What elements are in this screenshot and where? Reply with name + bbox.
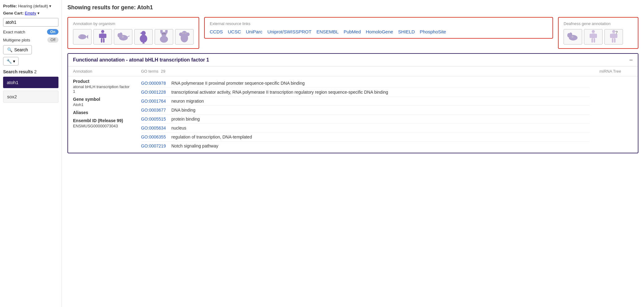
profile-value[interactable]: Hearing (default) bbox=[18, 4, 48, 8]
organism-icon-mouse[interactable] bbox=[114, 29, 132, 45]
go-id-6[interactable]: GO:0006355 bbox=[141, 134, 169, 139]
link-shield[interactable]: SHIELD bbox=[398, 29, 415, 34]
svg-point-24 bbox=[163, 33, 164, 34]
annotation-by-organism-box: Annotation by organism bbox=[67, 17, 199, 49]
exact-match-toggle[interactable]: On bbox=[47, 29, 58, 35]
exact-match-label: Exact match bbox=[3, 30, 25, 34]
link-ccds[interactable]: CCDS bbox=[210, 29, 223, 34]
go-id-5[interactable]: GO:0005634 bbox=[141, 126, 169, 130]
functional-title: Functional annotation - atonal bHLH tran… bbox=[73, 57, 209, 63]
svg-rect-44 bbox=[594, 38, 595, 43]
svg-rect-43 bbox=[591, 38, 593, 43]
go-desc-7: Notch signaling pathway bbox=[171, 143, 218, 148]
result-item-sox2[interactable]: sox2 bbox=[3, 91, 58, 103]
svg-rect-49 bbox=[612, 38, 613, 43]
go-term-4: GO:0005515 protein binding bbox=[141, 115, 590, 124]
multigene-toggle[interactable]: Off bbox=[47, 37, 58, 43]
gene-symbol-value: Atoh1 bbox=[73, 102, 131, 107]
ensembl-id-value: ENSMUSG00000073043 bbox=[73, 124, 131, 128]
tools-button[interactable]: 🔧 ▾ bbox=[3, 57, 19, 66]
go-id-1[interactable]: GO:0001228 bbox=[141, 90, 169, 95]
svg-point-25 bbox=[165, 33, 165, 34]
organism-box-title: Annotation by organism bbox=[73, 21, 194, 26]
organism-icon-chicken[interactable] bbox=[134, 29, 153, 45]
gene-cart-value[interactable]: Empty bbox=[25, 11, 36, 15]
result-item-atoh1[interactable]: atoh1 bbox=[3, 77, 58, 88]
svg-rect-47 bbox=[610, 34, 612, 38]
svg-rect-41 bbox=[590, 34, 592, 38]
svg-point-28 bbox=[179, 32, 183, 36]
page-title: Showing results for gene: Atoh1 bbox=[67, 4, 638, 11]
th-mirna: miRNA Tree bbox=[595, 66, 638, 76]
go-term-7: GO:0007219 Notch signaling pathway bbox=[141, 142, 590, 150]
svg-rect-42 bbox=[595, 34, 597, 38]
go-desc-1: transcriptional activator activity, RNA … bbox=[171, 90, 388, 95]
th-annotation: Annotation bbox=[68, 66, 136, 76]
svg-point-4 bbox=[101, 30, 104, 33]
go-term-1: GO:0001228 transcriptional activator act… bbox=[141, 88, 590, 97]
svg-marker-1 bbox=[86, 35, 88, 39]
functional-annotation-section: Functional annotation - atonal bHLH tran… bbox=[67, 53, 638, 153]
go-term-5: GO:0005634 nucleus bbox=[141, 124, 590, 133]
svg-point-3 bbox=[79, 36, 80, 36]
svg-point-14 bbox=[122, 36, 123, 37]
svg-rect-7 bbox=[104, 34, 106, 38]
link-pubmed[interactable]: PubMed bbox=[344, 29, 361, 34]
organism-icon-monkey[interactable] bbox=[175, 29, 194, 45]
annotation-fields: Product atonal bHLH transcription factor… bbox=[68, 76, 136, 153]
profile-key: Profile: bbox=[3, 4, 17, 8]
tools-dropdown-arrow: ▾ bbox=[13, 59, 15, 64]
svg-point-29 bbox=[186, 32, 190, 36]
svg-point-17 bbox=[141, 31, 146, 35]
deafness-box-title: Deafness gene annotation bbox=[564, 21, 633, 26]
product-label: Product bbox=[73, 79, 131, 84]
link-homologene[interactable]: HomoloGene bbox=[366, 29, 393, 34]
link-ensembl[interactable]: ENSEMBL bbox=[316, 29, 339, 34]
svg-point-12 bbox=[119, 32, 122, 37]
link-ucsc[interactable]: UCSC bbox=[228, 29, 241, 34]
go-desc-0: RNA polymerase II proximal promoter sequ… bbox=[171, 81, 305, 86]
gene-cart-key: Gene Cart: bbox=[3, 11, 24, 15]
svg-point-20 bbox=[160, 36, 168, 43]
link-phosphosite[interactable]: PhosphoSite bbox=[420, 29, 446, 34]
go-term-3: GO:0003677 DNA binding bbox=[141, 106, 590, 115]
go-id-0[interactable]: GO:0000978 bbox=[141, 81, 169, 86]
organism-icon-human[interactable] bbox=[93, 29, 112, 45]
link-uniprot[interactable]: Uniprot/SWISSPROT bbox=[267, 29, 311, 34]
svg-point-39 bbox=[592, 30, 595, 33]
organism-icon-rabbit[interactable] bbox=[155, 29, 173, 45]
svg-text:?: ? bbox=[615, 30, 618, 35]
deafness-icon-mouse[interactable] bbox=[564, 29, 582, 45]
go-desc-4: protein binding bbox=[171, 117, 200, 122]
go-id-2[interactable]: GO:0001764 bbox=[141, 99, 169, 104]
svg-point-38 bbox=[572, 36, 573, 37]
go-id-7[interactable]: GO:0007219 bbox=[141, 143, 169, 148]
gene-search-input[interactable] bbox=[3, 18, 58, 27]
svg-rect-50 bbox=[614, 38, 616, 43]
search-button[interactable]: 🔍 Search bbox=[3, 45, 32, 54]
go-id-3[interactable]: GO:0003677 bbox=[141, 108, 169, 113]
mirna-tree-cell bbox=[595, 76, 638, 153]
svg-marker-18 bbox=[140, 32, 142, 34]
organism-icon-fish[interactable] bbox=[73, 29, 92, 45]
go-desc-6: regulation of transcription, DNA-templat… bbox=[171, 134, 252, 139]
svg-point-0 bbox=[78, 34, 86, 39]
external-box-title: External resource links bbox=[210, 21, 547, 26]
link-uniparc[interactable]: UniParc bbox=[246, 29, 262, 34]
organism-icons-list bbox=[73, 29, 194, 45]
multigene-label: Multigene plots bbox=[3, 38, 30, 42]
deafness-icons-list: ? bbox=[564, 29, 633, 45]
go-id-4[interactable]: GO:0005515 bbox=[141, 117, 169, 122]
go-desc-3: DNA binding bbox=[171, 108, 195, 113]
th-go-terms: GO terms 29 bbox=[136, 66, 595, 76]
svg-rect-5 bbox=[101, 33, 105, 38]
search-results-label: Search results 2 bbox=[3, 69, 58, 74]
aliases-label: Aliases bbox=[73, 110, 131, 115]
gene-cart-row: Gene Cart: Empty ▾ bbox=[3, 11, 58, 15]
deafness-icon-human[interactable] bbox=[584, 29, 603, 45]
collapse-button[interactable]: − bbox=[629, 57, 633, 63]
external-resource-links-box: External resource links CCDS UCSC UniPar… bbox=[204, 17, 553, 39]
deafness-icon-human-question[interactable]: ? bbox=[604, 29, 623, 45]
go-term-0: GO:0000978 RNA polymerase II proximal pr… bbox=[141, 79, 590, 88]
functional-header: Functional annotation - atonal bHLH tran… bbox=[68, 54, 638, 66]
